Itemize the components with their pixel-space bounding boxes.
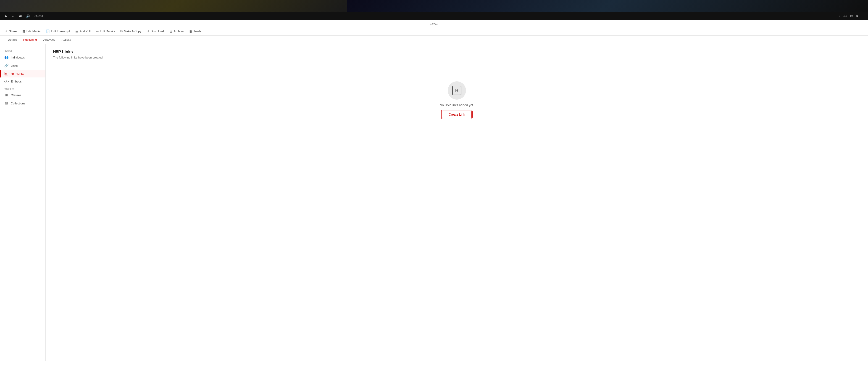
h5p-icon: H bbox=[4, 72, 8, 76]
play-button[interactable]: ▶ bbox=[4, 14, 8, 18]
people-icon: 👥 bbox=[4, 55, 8, 59]
classes-icon: ⊞ bbox=[4, 93, 8, 97]
sidebar-label-individuals: Individuals bbox=[11, 56, 25, 59]
volume-button[interactable]: 🔊 bbox=[26, 14, 30, 18]
empty-state: H No H5P links added yet. Create Link bbox=[53, 68, 861, 132]
code-icon: </> bbox=[4, 80, 8, 83]
rewind-button[interactable]: ⏮ bbox=[11, 14, 16, 18]
trash-button[interactable]: 🗑 Trash bbox=[189, 29, 202, 34]
collections-icon: ⊟ bbox=[4, 101, 8, 105]
h5p-empty-icon: H bbox=[452, 86, 461, 95]
sidebar-label-links: Links bbox=[11, 64, 18, 67]
media-title: (A24) bbox=[0, 20, 868, 27]
pencil-icon: ✏ bbox=[96, 29, 99, 33]
video-player: ▶ ⏮ ⏭ 🔊 2:59:53 ⛶ CC 1x ⚙ ⛶ bbox=[0, 0, 868, 20]
shared-label: Shared bbox=[0, 48, 45, 53]
sidebar-item-links[interactable]: 🔗 Links bbox=[0, 61, 45, 70]
share-button[interactable]: ⇗ Share bbox=[5, 29, 17, 34]
link-icon: 🔗 bbox=[4, 63, 8, 68]
sidebar-label-collections: Collections bbox=[11, 102, 25, 105]
poll-icon: ☰ bbox=[75, 29, 78, 33]
content-title: H5P Links bbox=[53, 50, 861, 54]
make-copy-button[interactable]: ⧉ Make A Copy bbox=[120, 28, 142, 34]
speed-button[interactable]: 1x bbox=[850, 15, 853, 18]
empty-icon-circle: H bbox=[448, 81, 466, 99]
fast-forward-button[interactable]: ⏭ bbox=[18, 14, 23, 18]
video-thumbnails bbox=[0, 0, 868, 12]
added-to-label: Added to bbox=[0, 85, 45, 91]
edit-transcript-button[interactable]: 📄 Edit Transcript bbox=[45, 29, 70, 34]
archive-icon: 🗄 bbox=[169, 29, 173, 33]
fullscreen-icon[interactable]: ⛶ bbox=[862, 15, 864, 18]
sidebar: Shared 👥 Individuals 🔗 Links H H5P Links… bbox=[0, 44, 46, 361]
svg-text:H: H bbox=[5, 73, 7, 75]
right-controls: ⛶ CC 1x ⚙ ⛶ bbox=[837, 15, 864, 18]
cc-button[interactable]: CC bbox=[843, 15, 846, 18]
sidebar-item-collections[interactable]: ⊟ Collections bbox=[0, 99, 45, 107]
tabs-bar: Details Publishing Analytics Activity bbox=[0, 36, 868, 44]
edit-details-button[interactable]: ✏ Edit Details bbox=[96, 29, 116, 34]
sidebar-item-classes[interactable]: ⊞ Classes bbox=[0, 91, 45, 99]
archive-button[interactable]: 🗄 Archive bbox=[169, 29, 184, 34]
download-icon: ⬇ bbox=[147, 29, 150, 33]
content-subtitle: The following links have been created bbox=[53, 56, 861, 63]
main-layout: Shared 👥 Individuals 🔗 Links H H5P Links… bbox=[0, 44, 868, 361]
copy-icon: ⧉ bbox=[120, 29, 123, 33]
add-poll-button[interactable]: ☰ Add Poll bbox=[75, 29, 91, 34]
edit-media-icon: ▦ bbox=[22, 29, 25, 33]
action-toolbar: ⇗ Share ▦ Edit Media 📄 Edit Transcript ☰… bbox=[0, 27, 868, 36]
create-link-button[interactable]: Create Link bbox=[442, 111, 472, 118]
trash-icon: 🗑 bbox=[189, 29, 192, 33]
tab-activity[interactable]: Activity bbox=[58, 36, 74, 44]
settings-icon[interactable]: ⚙ bbox=[856, 15, 859, 18]
sidebar-item-embeds[interactable]: </> Embeds bbox=[0, 78, 45, 85]
video-thumbnail-left bbox=[0, 0, 347, 12]
sidebar-item-h5p-links[interactable]: H H5P Links bbox=[0, 70, 45, 78]
edit-media-button[interactable]: ▦ Edit Media bbox=[22, 29, 41, 34]
empty-state-message: No H5P links added yet. bbox=[440, 103, 474, 107]
time-display: 2:59:53 bbox=[34, 15, 43, 18]
share-icon: ⇗ bbox=[5, 29, 8, 33]
tab-analytics[interactable]: Analytics bbox=[40, 36, 58, 44]
content-area: H5P Links The following links have been … bbox=[46, 44, 868, 361]
video-thumbnail-right bbox=[347, 0, 868, 12]
tab-details[interactable]: Details bbox=[5, 36, 20, 44]
sidebar-item-individuals[interactable]: 👥 Individuals bbox=[0, 53, 45, 61]
tab-publishing[interactable]: Publishing bbox=[20, 36, 40, 44]
sidebar-label-embeds: Embeds bbox=[11, 80, 22, 83]
video-controls-bar: ▶ ⏮ ⏭ 🔊 2:59:53 ⛶ CC 1x ⚙ ⛶ bbox=[0, 12, 868, 20]
expand-icon[interactable]: ⛶ bbox=[837, 15, 839, 18]
download-button[interactable]: ⬇ Download bbox=[146, 29, 164, 34]
sidebar-label-classes: Classes bbox=[11, 93, 21, 97]
transcript-icon: 📄 bbox=[46, 29, 50, 33]
sidebar-label-h5p-links: H5P Links bbox=[11, 72, 24, 76]
